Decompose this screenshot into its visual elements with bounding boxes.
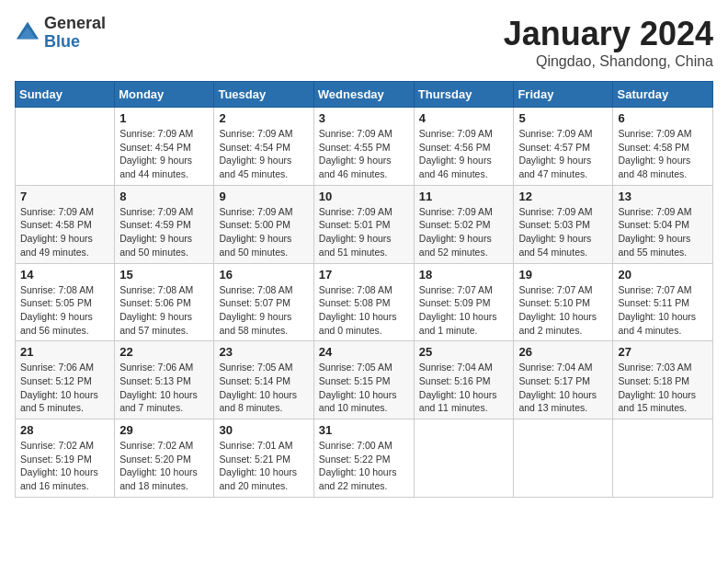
logo-blue-text: Blue [44,33,106,52]
weekday-row: SundayMondayTuesdayWednesdayThursdayFrid… [16,82,713,108]
day-number: 19 [518,268,608,282]
weekday-header-friday: Friday [514,82,613,108]
day-number: 8 [119,190,209,203]
calendar-cell: 23Sunrise: 7:05 AMSunset: 5:14 PMDayligh… [214,341,313,419]
day-number: 16 [219,268,308,282]
day-number: 4 [419,111,509,125]
calendar-cell: 4Sunrise: 7:09 AMSunset: 4:56 PMDaylight… [414,108,514,186]
calendar-cell: 20Sunrise: 7:07 AMSunset: 5:11 PMDayligh… [613,263,713,341]
weekday-header-monday: Monday [115,82,214,108]
day-info: Sunrise: 7:02 AMSunset: 5:19 PMDaylight:… [20,439,109,493]
calendar-cell: 16Sunrise: 7:08 AMSunset: 5:07 PMDayligh… [214,263,313,341]
day-number: 10 [319,190,409,203]
calendar-cell: 3Sunrise: 7:09 AMSunset: 4:55 PMDaylight… [313,108,414,186]
calendar-cell: 29Sunrise: 7:02 AMSunset: 5:20 PMDayligh… [115,419,214,498]
day-number: 20 [618,268,708,282]
calendar-cell: 5Sunrise: 7:09 AMSunset: 4:57 PMDaylight… [514,108,613,186]
day-number: 9 [219,190,308,203]
calendar-cell: 31Sunrise: 7:00 AMSunset: 5:22 PMDayligh… [313,419,414,498]
calendar-cell: 27Sunrise: 7:03 AMSunset: 5:18 PMDayligh… [613,341,713,419]
day-number: 11 [419,190,509,203]
day-number: 15 [119,268,209,282]
page-header: General Blue January 2024 Qingdao, Shand… [15,15,713,70]
day-number: 31 [319,423,409,437]
day-info: Sunrise: 7:08 AMSunset: 5:08 PMDaylight:… [319,283,409,338]
day-info: Sunrise: 7:08 AMSunset: 5:06 PMDaylight:… [119,283,209,338]
day-number: 29 [119,423,209,437]
day-info: Sunrise: 7:01 AMSunset: 5:21 PMDaylight:… [219,439,308,493]
title-block: January 2024 Qingdao, Shandong, China [504,15,713,70]
day-info: Sunrise: 7:09 AMSunset: 4:54 PMDaylight:… [119,127,209,181]
calendar-cell: 22Sunrise: 7:06 AMSunset: 5:13 PMDayligh… [115,341,214,419]
day-number: 12 [518,190,608,203]
day-number: 3 [319,111,409,125]
day-info: Sunrise: 7:09 AMSunset: 5:03 PMDaylight:… [518,205,608,259]
calendar-week-4: 21Sunrise: 7:06 AMSunset: 5:12 PMDayligh… [16,341,713,419]
day-number: 1 [119,111,209,125]
weekday-header-thursday: Thursday [414,82,514,108]
calendar-cell: 1Sunrise: 7:09 AMSunset: 4:54 PMDaylight… [115,108,214,186]
day-number: 5 [518,111,608,125]
day-number: 22 [119,345,209,359]
day-info: Sunrise: 7:04 AMSunset: 5:16 PMDaylight:… [419,361,509,415]
logo-general-text: General [44,15,106,33]
day-info: Sunrise: 7:09 AMSunset: 5:01 PMDaylight:… [319,205,409,259]
day-info: Sunrise: 7:04 AMSunset: 5:17 PMDaylight:… [518,361,608,415]
day-info: Sunrise: 7:00 AMSunset: 5:22 PMDaylight:… [319,439,409,493]
calendar-cell: 7Sunrise: 7:09 AMSunset: 4:58 PMDaylight… [16,185,115,263]
calendar-cell [613,419,713,498]
day-number: 28 [20,423,109,437]
day-number: 25 [419,345,509,359]
calendar-cell [16,108,115,186]
day-info: Sunrise: 7:03 AMSunset: 5:18 PMDaylight:… [618,361,708,415]
calendar-cell: 28Sunrise: 7:02 AMSunset: 5:19 PMDayligh… [16,419,115,498]
calendar-cell: 6Sunrise: 7:09 AMSunset: 4:58 PMDaylight… [613,108,713,186]
calendar-cell: 14Sunrise: 7:08 AMSunset: 5:05 PMDayligh… [16,263,115,341]
calendar-cell: 21Sunrise: 7:06 AMSunset: 5:12 PMDayligh… [16,341,115,419]
calendar-cell [514,419,613,498]
day-number: 23 [219,345,308,359]
day-info: Sunrise: 7:09 AMSunset: 5:02 PMDaylight:… [419,205,509,259]
calendar-cell: 2Sunrise: 7:09 AMSunset: 4:54 PMDaylight… [214,108,313,186]
day-info: Sunrise: 7:09 AMSunset: 4:58 PMDaylight:… [618,127,708,181]
calendar-cell: 8Sunrise: 7:09 AMSunset: 4:59 PMDaylight… [115,185,214,263]
weekday-header-saturday: Saturday [613,82,713,108]
day-info: Sunrise: 7:09 AMSunset: 4:57 PMDaylight:… [518,127,608,181]
day-number: 6 [618,111,708,125]
weekday-header-tuesday: Tuesday [214,82,313,108]
calendar-table: SundayMondayTuesdayWednesdayThursdayFrid… [15,81,713,498]
day-info: Sunrise: 7:07 AMSunset: 5:11 PMDaylight:… [618,283,708,338]
day-info: Sunrise: 7:06 AMSunset: 5:12 PMDaylight:… [20,361,109,415]
day-number: 14 [20,268,109,282]
calendar-cell: 26Sunrise: 7:04 AMSunset: 5:17 PMDayligh… [514,341,613,419]
calendar-cell: 11Sunrise: 7:09 AMSunset: 5:02 PMDayligh… [414,185,514,263]
calendar-cell: 30Sunrise: 7:01 AMSunset: 5:21 PMDayligh… [214,419,313,498]
calendar-cell: 12Sunrise: 7:09 AMSunset: 5:03 PMDayligh… [514,185,613,263]
calendar-cell: 18Sunrise: 7:07 AMSunset: 5:09 PMDayligh… [414,263,514,341]
day-info: Sunrise: 7:09 AMSunset: 5:00 PMDaylight:… [219,205,308,259]
calendar-cell: 9Sunrise: 7:09 AMSunset: 5:00 PMDaylight… [214,185,313,263]
calendar-cell: 19Sunrise: 7:07 AMSunset: 5:10 PMDayligh… [514,263,613,341]
logo-icon [15,20,40,46]
calendar-cell: 17Sunrise: 7:08 AMSunset: 5:08 PMDayligh… [313,263,414,341]
day-info: Sunrise: 7:06 AMSunset: 5:13 PMDaylight:… [119,361,209,415]
calendar-cell: 13Sunrise: 7:09 AMSunset: 5:04 PMDayligh… [613,185,713,263]
day-number: 17 [319,268,409,282]
day-number: 21 [20,345,109,359]
calendar-body: 1Sunrise: 7:09 AMSunset: 4:54 PMDaylight… [16,108,713,498]
calendar-location: Qingdao, Shandong, China [504,53,713,70]
calendar-cell: 25Sunrise: 7:04 AMSunset: 5:16 PMDayligh… [414,341,514,419]
day-number: 18 [419,268,509,282]
calendar-header: SundayMondayTuesdayWednesdayThursdayFrid… [16,82,713,108]
calendar-week-3: 14Sunrise: 7:08 AMSunset: 5:05 PMDayligh… [16,263,713,341]
day-info: Sunrise: 7:09 AMSunset: 4:55 PMDaylight:… [319,127,409,181]
day-number: 2 [219,111,308,125]
calendar-week-1: 1Sunrise: 7:09 AMSunset: 4:54 PMDaylight… [16,108,713,186]
calendar-cell: 24Sunrise: 7:05 AMSunset: 5:15 PMDayligh… [313,341,414,419]
calendar-title: January 2024 [504,15,713,53]
calendar-week-2: 7Sunrise: 7:09 AMSunset: 4:58 PMDaylight… [16,185,713,263]
day-number: 24 [319,345,409,359]
day-info: Sunrise: 7:09 AMSunset: 5:04 PMDaylight:… [618,205,708,259]
calendar-week-5: 28Sunrise: 7:02 AMSunset: 5:19 PMDayligh… [16,419,713,498]
day-number: 13 [618,190,708,203]
